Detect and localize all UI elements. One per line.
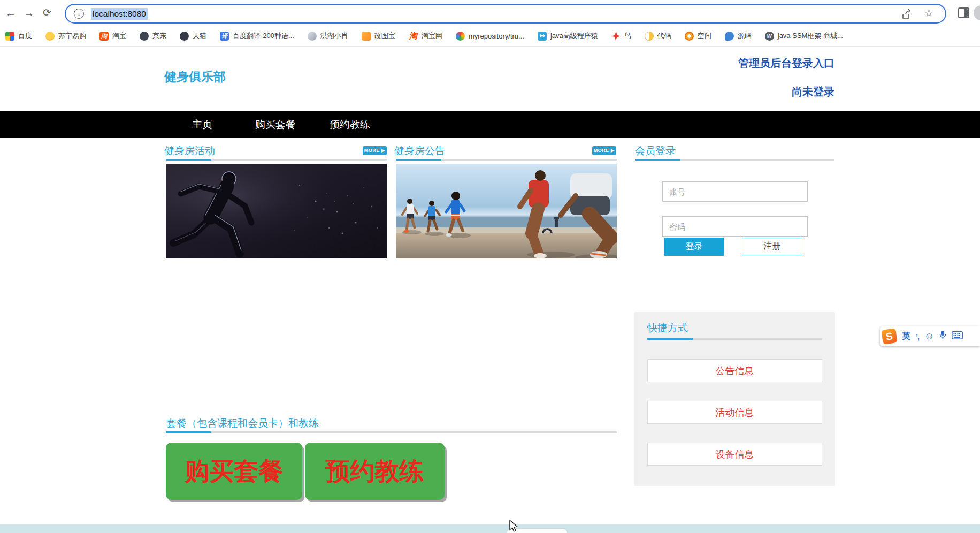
notice-section-title: 健身房公告 bbox=[394, 144, 445, 158]
bookmark-suning[interactable]: 苏宁易购 bbox=[45, 31, 86, 41]
activity-more-button[interactable]: MORE ▶ bbox=[363, 146, 387, 155]
suning-lion-icon bbox=[45, 32, 55, 41]
activity-banner-image[interactable] bbox=[166, 164, 387, 258]
bookmark-jd[interactable]: 京东 bbox=[140, 31, 166, 41]
bookmark-qzone[interactable]: 空间 bbox=[685, 31, 711, 41]
member-login-title: 会员登录 bbox=[635, 144, 676, 158]
red-bird-icon bbox=[611, 32, 621, 41]
nav-item-book-coach[interactable]: 预约教练 bbox=[330, 111, 370, 138]
taobao-text-icon: 淘 bbox=[409, 32, 418, 41]
tv-face-icon bbox=[538, 32, 547, 41]
activity-info-button[interactable]: 活动信息 bbox=[647, 401, 822, 424]
ime-keyboard-icon[interactable] bbox=[952, 331, 963, 341]
repo-color-icon bbox=[456, 32, 465, 41]
bookmark-code[interactable]: 代码 bbox=[645, 31, 671, 41]
shortcuts-title: 快捷方式 bbox=[647, 321, 688, 335]
bookmark-source[interactable]: 源码 bbox=[725, 31, 752, 41]
book-coach-button[interactable]: 预约教练 bbox=[305, 443, 445, 500]
member-login-underline bbox=[635, 159, 834, 161]
ime-toolbar: S 英 ’, ☺ bbox=[880, 326, 980, 346]
notice-info-button[interactable]: 公告信息 bbox=[647, 359, 822, 382]
password-input[interactable] bbox=[662, 216, 808, 237]
bookmark-taobao-site[interactable]: 淘淘宝网 bbox=[409, 31, 442, 41]
equipment-info-button[interactable]: 设备信息 bbox=[647, 443, 822, 466]
packages-section-title: 套餐（包含课程和会员卡）和教练 bbox=[166, 416, 319, 430]
mouse-cursor bbox=[509, 520, 521, 532]
url-text[interactable]: localhost:8080 bbox=[91, 8, 148, 20]
bookmarks-bar: 百度 苏宁易购 淘淘宝 京东 天猫 译百度翻译-200种语... 洪湖小肖 改图… bbox=[0, 26, 980, 47]
notice-banner-image[interactable] bbox=[396, 164, 617, 258]
wordpress-icon: W bbox=[765, 32, 774, 41]
taobao-icon: 淘 bbox=[99, 32, 109, 41]
activity-underline bbox=[166, 159, 387, 161]
screen: { "browser": { "url": "localhost:8080", … bbox=[0, 0, 980, 533]
share-icon[interactable] bbox=[901, 9, 912, 20]
code-circle-icon bbox=[645, 32, 654, 41]
back-button[interactable]: ← bbox=[3, 5, 18, 20]
bookmark-honghu[interactable]: 洪湖小肖 bbox=[308, 31, 348, 41]
bookmark-baidu-translate[interactable]: 译百度翻译-200种语... bbox=[220, 31, 294, 41]
sogou-logo-icon[interactable]: S bbox=[881, 328, 897, 344]
gaitubao-icon bbox=[362, 32, 371, 41]
forward-button[interactable]: → bbox=[21, 5, 36, 20]
baidu-icon bbox=[5, 32, 14, 41]
address-bar[interactable]: i localhost:8080 ☆ bbox=[65, 4, 946, 24]
account-input[interactable] bbox=[662, 181, 808, 202]
buy-package-button[interactable]: 购买套餐 bbox=[166, 443, 302, 500]
login-button[interactable]: 登录 bbox=[664, 238, 724, 256]
bookmark-star-icon[interactable]: ☆ bbox=[924, 7, 933, 19]
bookmark-tmall[interactable]: 天猫 bbox=[180, 31, 206, 41]
bookmark-gaitubao[interactable]: 改图宝 bbox=[362, 31, 395, 41]
tmall-globe-icon bbox=[180, 32, 189, 41]
ime-emoji-icon[interactable]: ☺ bbox=[924, 331, 934, 342]
honghu-icon bbox=[308, 32, 317, 41]
footer-bar bbox=[0, 524, 980, 533]
browser-toolbar: ← → ⟳ i localhost:8080 ☆ bbox=[0, 0, 980, 26]
profile-avatar[interactable] bbox=[974, 5, 980, 20]
activity-section-title: 健身房活动 bbox=[164, 144, 215, 158]
site-info-icon[interactable]: i bbox=[74, 9, 84, 19]
ime-language-toggle[interactable]: 英 bbox=[902, 331, 910, 342]
side-panel-icon[interactable] bbox=[958, 7, 969, 18]
bookmark-java-ssm[interactable]: Wjava SSM框架 商城... bbox=[765, 31, 843, 41]
bookmark-taobao[interactable]: 淘淘宝 bbox=[99, 31, 126, 41]
admin-login-link[interactable]: 管理员后台登录入口 bbox=[738, 56, 834, 71]
nav-item-buy-package[interactable]: 购买套餐 bbox=[255, 111, 296, 138]
qzone-icon bbox=[685, 32, 694, 41]
bookmark-java-programmer[interactable]: java高级程序猿 bbox=[538, 31, 598, 41]
reload-button[interactable]: ⟳ bbox=[40, 5, 55, 20]
blue-fish-icon bbox=[725, 32, 734, 41]
jd-globe-icon bbox=[140, 32, 149, 41]
main-nav: 主页 购买套餐 预约教练 bbox=[0, 111, 980, 138]
site-logo[interactable]: 健身俱乐部 bbox=[164, 68, 226, 85]
notice-underline bbox=[396, 159, 617, 161]
ime-mic-icon[interactable] bbox=[939, 330, 946, 342]
translate-icon: 译 bbox=[220, 32, 229, 41]
bookmark-baidu[interactable]: 百度 bbox=[5, 31, 32, 41]
shortcuts-underline bbox=[647, 338, 822, 340]
bookmark-bird[interactable]: 鸟 bbox=[611, 31, 631, 41]
login-status-link[interactable]: 尚未登录 bbox=[792, 85, 834, 99]
packages-underline bbox=[166, 431, 617, 433]
register-button[interactable]: 注册 bbox=[742, 238, 802, 255]
notice-more-button[interactable]: MORE ▶ bbox=[592, 146, 616, 155]
bookmark-myrepository[interactable]: myrepository/tru... bbox=[456, 32, 524, 41]
nav-item-home[interactable]: 主页 bbox=[192, 111, 212, 138]
ime-punctuation-icon[interactable]: ’, bbox=[916, 332, 919, 341]
